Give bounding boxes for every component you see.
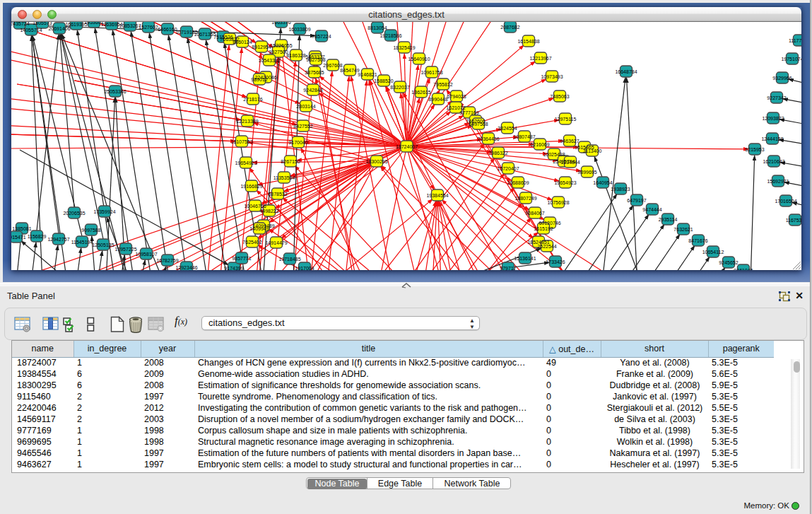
svg-text:989012: 989012 <box>251 77 267 82</box>
svg-text:9245652: 9245652 <box>719 260 738 265</box>
svg-text:9242848: 9242848 <box>303 88 322 93</box>
svg-text:10025438: 10025438 <box>543 152 565 157</box>
svg-text:9170040: 9170040 <box>288 140 307 145</box>
svg-text:7485063: 7485063 <box>550 94 569 99</box>
svg-text:2435724: 2435724 <box>11 22 30 26</box>
svg-text:10973493: 10973493 <box>541 74 563 79</box>
svg-text:2718176: 2718176 <box>243 97 262 102</box>
svg-text:1663376: 1663376 <box>271 22 290 25</box>
svg-text:9329966: 9329966 <box>772 76 792 81</box>
svg-text:10671355: 10671355 <box>194 32 216 37</box>
svg-text:1156829: 1156829 <box>28 234 47 239</box>
svg-text:10654112: 10654112 <box>702 250 724 255</box>
svg-text:16033809: 16033809 <box>288 27 310 32</box>
svg-text:18807249: 18807249 <box>514 196 536 201</box>
svg-text:1615192: 1615192 <box>534 226 553 231</box>
svg-text:8990448: 8990448 <box>428 97 447 102</box>
svg-text:20206535: 20206535 <box>63 211 85 216</box>
svg-text:9097588: 9097588 <box>81 228 100 233</box>
svg-text:9463627: 9463627 <box>560 139 579 144</box>
svg-text:16782759: 16782759 <box>156 258 178 263</box>
svg-text:1640954: 1640954 <box>593 180 612 185</box>
svg-text:16648784: 16648784 <box>615 69 637 74</box>
svg-text:2803144: 2803144 <box>296 104 315 109</box>
svg-text:20691406: 20691406 <box>48 26 70 31</box>
svg-text:1167533: 1167533 <box>786 218 801 223</box>
svg-text:10046766: 10046766 <box>244 204 266 209</box>
svg-text:1917004: 1917004 <box>295 266 314 270</box>
svg-text:16154838: 16154838 <box>517 39 539 44</box>
svg-text:19751074: 19751074 <box>781 57 801 62</box>
svg-text:3915471: 3915471 <box>11 235 26 240</box>
svg-text:15692971: 15692971 <box>767 179 789 184</box>
svg-text:14914479: 14914479 <box>265 240 287 245</box>
svg-text:9227342: 9227342 <box>767 95 786 100</box>
svg-text:16210643: 16210643 <box>763 159 784 164</box>
svg-text:7955812: 7955812 <box>433 82 452 87</box>
svg-text:8912954: 8912954 <box>252 45 271 49</box>
svg-text:2522544: 2522544 <box>537 244 556 249</box>
svg-text:1588520: 1588520 <box>374 78 393 83</box>
svg-text:10958107: 10958107 <box>135 252 157 257</box>
svg-text:18724007: 18724007 <box>396 144 418 149</box>
svg-text:19654923: 19654923 <box>235 160 257 165</box>
svg-text:25053346: 25053346 <box>104 89 126 94</box>
svg-text:3824554: 3824554 <box>498 126 517 131</box>
svg-text:8471676: 8471676 <box>688 238 707 243</box>
svg-text:12505135: 12505135 <box>92 243 114 247</box>
svg-text:1527602: 1527602 <box>139 25 158 30</box>
svg-text:1409949: 1409949 <box>249 226 269 231</box>
svg-text:10807487: 10807487 <box>513 134 535 139</box>
svg-text:11177428: 11177428 <box>789 38 801 43</box>
svg-text:18300295: 18300295 <box>365 159 387 164</box>
svg-text:6466160: 6466160 <box>158 27 177 32</box>
svg-text:1805573: 1805573 <box>33 22 52 25</box>
svg-text:8186328: 8186328 <box>286 53 305 58</box>
svg-text:19718485: 19718485 <box>278 257 300 262</box>
svg-text:8454749: 8454749 <box>340 68 359 73</box>
svg-text:12093872: 12093872 <box>762 116 784 121</box>
svg-text:3875685: 3875685 <box>305 70 324 75</box>
svg-text:1385081: 1385081 <box>12 226 31 231</box>
svg-text:9899695: 9899695 <box>577 170 596 175</box>
svg-text:9174399: 9174399 <box>224 266 243 270</box>
svg-text:12923446: 12923446 <box>175 265 197 270</box>
svg-text:15720407: 15720407 <box>497 166 519 171</box>
svg-text:19654923: 19654923 <box>554 180 576 185</box>
svg-text:9777169: 9777169 <box>459 110 478 115</box>
svg-text:8427552: 8427552 <box>293 124 312 129</box>
svg-text:14055714: 14055714 <box>20 28 42 33</box>
svg-text:20364436: 20364436 <box>477 136 499 141</box>
svg-text:9857771: 9857771 <box>232 256 251 261</box>
svg-text:6479197: 6479197 <box>627 198 646 203</box>
svg-text:17016504: 17016504 <box>775 199 796 204</box>
svg-text:8267150: 8267150 <box>281 159 300 164</box>
svg-text:7632621: 7632621 <box>673 227 693 232</box>
svg-text:10961758: 10961758 <box>420 70 442 75</box>
svg-text:10756928: 10756928 <box>547 200 569 205</box>
svg-text:10853267: 10853267 <box>119 23 141 28</box>
svg-text:9327508: 9327508 <box>306 57 325 62</box>
svg-text:8860124: 8860124 <box>233 40 252 45</box>
svg-text:12975115: 12975115 <box>555 117 577 122</box>
svg-text:15640910: 15640910 <box>408 57 430 62</box>
svg-text:18325419: 18325419 <box>393 45 415 50</box>
svg-text:1362615: 1362615 <box>411 90 430 95</box>
svg-text:7986322: 7986322 <box>488 151 507 156</box>
svg-text:17359924: 17359924 <box>93 209 115 214</box>
svg-text:12942757: 12942757 <box>47 237 69 242</box>
svg-text:1733426: 1733426 <box>546 259 565 264</box>
svg-text:16107553: 16107553 <box>230 139 252 144</box>
svg-text:6497568: 6497568 <box>469 122 488 127</box>
svg-text:9327500: 9327500 <box>269 49 288 54</box>
svg-text:2935114: 2935114 <box>659 217 678 222</box>
svg-text:1621072: 1621072 <box>446 105 465 110</box>
svg-text:6794028: 6794028 <box>447 94 466 99</box>
svg-text:9084067: 9084067 <box>525 211 544 216</box>
svg-text:12444158: 12444158 <box>761 136 783 141</box>
svg-text:8322037: 8322037 <box>390 85 409 90</box>
svg-text:1234844: 1234844 <box>560 160 579 165</box>
svg-text:2087682: 2087682 <box>500 25 519 30</box>
svg-text:10543382: 10543382 <box>258 58 280 63</box>
svg-text:11353594: 11353594 <box>273 175 295 180</box>
